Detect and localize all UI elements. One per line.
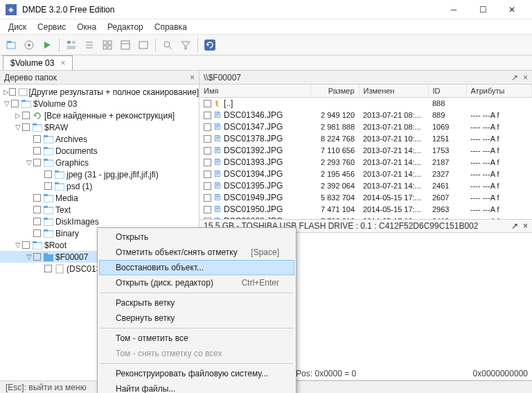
tb-disk-icon[interactable] bbox=[21, 37, 37, 53]
menu-service[interactable]: Сервис bbox=[32, 21, 71, 33]
tab-close-icon[interactable]: × bbox=[60, 58, 65, 68]
menu-item[interactable]: Восстановить объект... bbox=[99, 260, 294, 275]
checkbox[interactable] bbox=[44, 171, 52, 178]
checkbox[interactable] bbox=[33, 218, 41, 225]
tree-item[interactable]: jpeg (31 - jpg,jpe,jfif,jif,jfi) bbox=[0, 168, 199, 180]
tb-list-icon[interactable] bbox=[81, 37, 98, 53]
menu-windows[interactable]: Окна bbox=[71, 21, 102, 33]
tb-panel-icon[interactable] bbox=[117, 37, 134, 53]
tb-recover-icon[interactable] bbox=[202, 37, 218, 53]
checkbox[interactable] bbox=[204, 147, 211, 155]
tree-item[interactable]: Media bbox=[0, 192, 199, 204]
checkbox[interactable] bbox=[33, 229, 41, 237]
checkbox[interactable] bbox=[204, 100, 211, 107]
file-row[interactable]: 🖹 DSC01949.JPG5 832 7042014-05-15 17:...… bbox=[200, 191, 532, 203]
file-row[interactable]: 🖹 DSC01393.JPG2 293 7602013-07-21 14:...… bbox=[200, 156, 532, 168]
menu-item[interactable]: Том - отметить все bbox=[99, 331, 294, 346]
menu-item[interactable]: Свернуть ветку bbox=[99, 311, 294, 326]
expand-icon[interactable]: ▷ bbox=[14, 112, 22, 119]
menu-label: Открыть bbox=[116, 232, 148, 242]
tree-item[interactable]: Archives bbox=[0, 133, 199, 145]
file-row[interactable]: 🖹 DSC01392.JPG7 110 6562013-07-21 14:...… bbox=[200, 144, 532, 156]
checkbox[interactable] bbox=[33, 159, 41, 166]
file-row[interactable]: 🖹 DSC01394.JPG2 195 4562013-07-21 14:...… bbox=[200, 168, 532, 180]
tab-volume[interactable]: $Volume 03 × bbox=[3, 55, 73, 70]
menu-disk[interactable]: Диск bbox=[3, 21, 32, 33]
expand-icon[interactable]: ▽ bbox=[3, 100, 11, 107]
tb-grid-icon[interactable] bbox=[99, 37, 116, 53]
checkbox[interactable] bbox=[33, 206, 41, 213]
checkbox[interactable] bbox=[33, 253, 41, 261]
up-label[interactable]: [..] bbox=[224, 98, 233, 108]
expand-icon[interactable]: ▽ bbox=[14, 123, 22, 131]
tb-filter-icon[interactable] bbox=[177, 37, 194, 53]
tree-item[interactable]: DiskImages bbox=[0, 216, 199, 227]
tb-card-icon[interactable] bbox=[135, 37, 152, 53]
menu-item[interactable]: Реконструировать файловую систему... bbox=[99, 366, 294, 381]
tree-item[interactable]: Documents bbox=[0, 145, 199, 157]
checkbox[interactable] bbox=[204, 159, 211, 166]
device-resize-icon[interactable]: ↗ bbox=[511, 221, 518, 231]
tree-item[interactable]: psd (1) bbox=[0, 180, 199, 192]
menu-help[interactable]: Справка bbox=[149, 21, 193, 33]
parent-row[interactable]: ⮬ [..]888 bbox=[200, 97, 532, 109]
checkbox[interactable] bbox=[204, 123, 211, 131]
col-attrs[interactable]: Атрибуты bbox=[466, 85, 532, 97]
checkbox[interactable] bbox=[204, 194, 211, 202]
expand-icon[interactable]: ▽ bbox=[25, 159, 33, 166]
checkbox[interactable] bbox=[22, 112, 30, 119]
checkbox[interactable] bbox=[33, 147, 41, 155]
checkbox[interactable] bbox=[33, 194, 41, 202]
checkbox[interactable] bbox=[204, 206, 211, 213]
device-close-icon[interactable]: × bbox=[523, 221, 528, 231]
tb-play-icon[interactable] bbox=[39, 37, 55, 53]
checkbox[interactable] bbox=[44, 182, 52, 190]
checkbox[interactable] bbox=[11, 100, 19, 107]
menu-item[interactable]: Найти файлы... bbox=[99, 381, 294, 393]
menu-item[interactable]: Отметить объект/снять отметку[Space] bbox=[99, 245, 294, 260]
tree-item[interactable]: ▽$Volume 03 bbox=[0, 98, 199, 110]
checkbox[interactable] bbox=[44, 265, 52, 272]
file-row[interactable]: 🖹 DSC01347.JPG2 981 8882013-07-21 08:...… bbox=[200, 121, 532, 132]
tb-search-icon[interactable] bbox=[159, 37, 176, 53]
checkbox[interactable] bbox=[33, 135, 41, 143]
tree-item[interactable]: ▽Graphics bbox=[0, 157, 199, 168]
maximize-pane-icon[interactable]: ↗ bbox=[511, 73, 518, 82]
tb-tree-icon[interactable] bbox=[63, 37, 80, 53]
checkbox[interactable] bbox=[204, 112, 211, 119]
file-table[interactable]: Имя Размер Изменен ID Атрибуты ⮬ [..]888… bbox=[200, 85, 532, 219]
checkbox[interactable] bbox=[22, 123, 30, 131]
menu-item[interactable]: Раскрыть ветку bbox=[99, 295, 294, 311]
file-row[interactable]: 🖹 DSC01378.JPG8 224 7682013-07-21 10:...… bbox=[200, 132, 532, 144]
checkbox[interactable] bbox=[204, 182, 211, 190]
tree-item[interactable]: ▷[Все найденные + реконструкция] bbox=[0, 110, 199, 121]
file-row[interactable]: 🖹 DSC01950.JPG7 471 1042014-05-15 17:...… bbox=[200, 203, 532, 215]
checkbox[interactable] bbox=[204, 171, 211, 178]
file-row[interactable]: 🖹 DSC01395.JPG2 392 0642013-07-21 14:...… bbox=[200, 180, 532, 191]
expand-icon[interactable]: ▽ bbox=[25, 253, 33, 261]
expand-icon[interactable]: ▷ bbox=[3, 88, 9, 96]
tree-item[interactable]: Text bbox=[0, 204, 199, 216]
tree-item[interactable]: ▷[Другие результаты + полное сканировани… bbox=[0, 86, 199, 98]
tree-close-icon[interactable]: × bbox=[190, 73, 195, 82]
menu-editor[interactable]: Редактор bbox=[102, 21, 149, 33]
context-menu[interactable]: ОткрытьОтметить объект/снять отметку[Spa… bbox=[97, 227, 296, 393]
file-pane-close-icon[interactable]: × bbox=[523, 73, 528, 82]
menu-item[interactable]: Открыть bbox=[99, 229, 294, 245]
col-size[interactable]: Размер bbox=[310, 85, 359, 97]
checkbox[interactable] bbox=[9, 88, 15, 96]
expand-icon[interactable]: ▽ bbox=[14, 241, 22, 249]
col-id[interactable]: ID bbox=[428, 85, 466, 97]
tree-item[interactable]: ▽$RAW bbox=[0, 121, 199, 133]
checkbox[interactable] bbox=[204, 135, 211, 143]
col-modified[interactable]: Изменен bbox=[359, 85, 428, 97]
menu-item[interactable]: Открыть (диск. редактор)Ctrl+Enter bbox=[99, 275, 294, 290]
file-id: 2963 bbox=[428, 203, 466, 215]
file-row[interactable]: 🖹 DSC01346.JPG2 949 1202013-07-21 08:...… bbox=[200, 109, 532, 121]
checkbox[interactable] bbox=[22, 241, 30, 249]
close-button[interactable]: ✕ bbox=[497, 0, 526, 19]
col-name[interactable]: Имя bbox=[200, 85, 310, 97]
maximize-button[interactable]: ☐ bbox=[468, 0, 497, 19]
tb-open-icon[interactable] bbox=[3, 37, 19, 53]
minimize-button[interactable]: ─ bbox=[439, 0, 468, 19]
